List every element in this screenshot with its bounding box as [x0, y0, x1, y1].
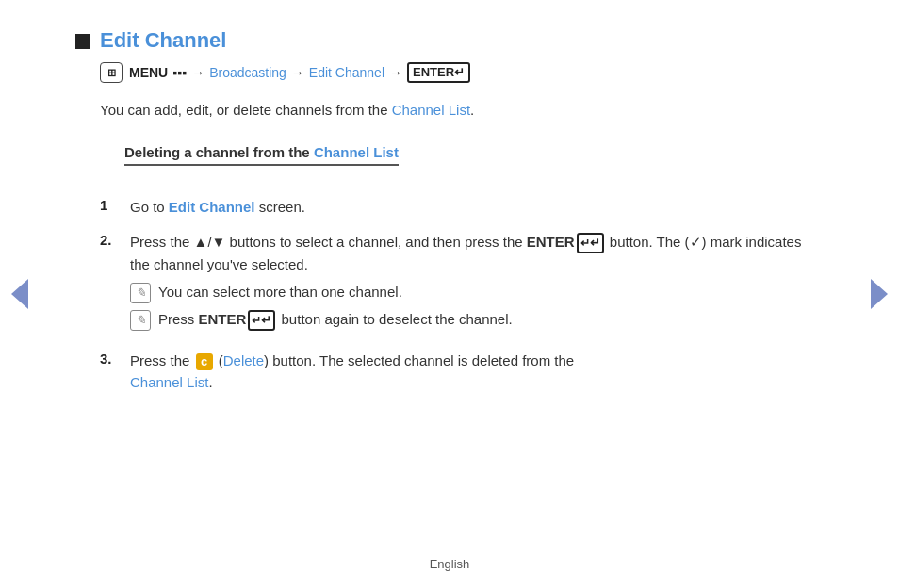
- black-square-icon: [75, 34, 90, 49]
- section-heading: Deleting a channel from the Channel List: [124, 144, 399, 166]
- step-3-delete-link[interactable]: Delete: [223, 352, 264, 368]
- nav-arrow-right[interactable]: [869, 275, 890, 313]
- step-2-text1: Press the ▲/▼ buttons to select a channe…: [130, 234, 527, 250]
- step-2-number: 2.: [100, 231, 117, 248]
- step-2-note-1-text: You can select more than one channel.: [158, 282, 402, 303]
- step-3-channel-list-link[interactable]: Channel List: [130, 374, 208, 390]
- section-heading-wrapper: Deleting a channel from the Channel List: [100, 144, 824, 181]
- description: You can add, edit, or delete channels fr…: [100, 100, 824, 122]
- menu-icon: ⊞: [100, 62, 123, 83]
- nav-arrow-left[interactable]: [9, 275, 30, 313]
- step-2-note-2-text: Press ENTER↵ button again to deselect th…: [158, 309, 513, 332]
- page-header: Edit Channel: [75, 28, 824, 53]
- description-text-after: .: [470, 102, 474, 118]
- breadcrumb-arrow3: →: [389, 65, 402, 80]
- note-icon-2: ✎: [130, 310, 151, 331]
- c-button-icon: c: [196, 353, 213, 370]
- step-3-content: Press the c (Delete) button. The selecte…: [130, 350, 824, 394]
- step-2-content: Press the ▲/▼ buttons to select a channe…: [130, 231, 824, 336]
- step-1: 1 Go to Edit Channel screen.: [100, 196, 824, 218]
- step-3-text-before: Press the: [130, 352, 194, 368]
- description-channel-list-link[interactable]: Channel List: [392, 102, 470, 118]
- section-heading-link[interactable]: Channel List: [314, 144, 399, 160]
- breadcrumb-symbol1: ▪▪▪: [172, 65, 187, 80]
- step-2-note-2: ✎ Press ENTER↵ button again to deselect …: [130, 309, 824, 332]
- step-1-content: Go to Edit Channel screen.: [130, 196, 824, 218]
- step-3-paren-open: (: [215, 352, 223, 368]
- step-3-number: 3.: [100, 350, 117, 367]
- right-arrow-icon: [871, 279, 888, 309]
- breadcrumb-enter: ENTER: [407, 62, 470, 83]
- breadcrumb-menu: MENU: [129, 65, 168, 80]
- steps-list: 1 Go to Edit Channel screen. 2. Press th…: [100, 196, 824, 394]
- step-2-note-1: ✎ You can select more than one channel.: [130, 282, 824, 303]
- breadcrumb: ⊞ MENU ▪▪▪ → Broadcasting → Edit Channel…: [100, 62, 824, 83]
- footer: English: [0, 557, 899, 571]
- breadcrumb-arrow1: →: [191, 65, 204, 80]
- step-2-notes: ✎ You can select more than one channel. …: [130, 282, 824, 332]
- menu-icon-symbol: ⊞: [107, 67, 116, 79]
- left-arrow-icon: [11, 279, 28, 309]
- step-3-text-end: .: [208, 374, 212, 390]
- step-1-text-after: screen.: [255, 199, 305, 215]
- step-2: 2. Press the ▲/▼ buttons to select a cha…: [100, 231, 824, 336]
- description-text-before: You can add, edit, or delete channels fr…: [100, 102, 392, 118]
- section-heading-before: Deleting a channel from the: [124, 144, 314, 160]
- step-3-text-after: ) button. The selected channel is delete…: [264, 352, 574, 368]
- step-3: 3. Press the c (Delete) button. The sele…: [100, 350, 824, 394]
- note-icon-1: ✎: [130, 283, 151, 303]
- breadcrumb-broadcasting[interactable]: Broadcasting: [209, 65, 286, 80]
- step-2-enter-bold: ENTER: [527, 234, 575, 250]
- breadcrumb-arrow2: →: [291, 65, 304, 80]
- page-title: Edit Channel: [100, 28, 226, 53]
- step-1-link[interactable]: Edit Channel: [169, 199, 255, 215]
- footer-language: English: [430, 557, 470, 571]
- enter-label: ENTER: [413, 64, 454, 81]
- step-1-number: 1: [100, 196, 117, 213]
- page-container: Edit Channel ⊞ MENU ▪▪▪ → Broadcasting →…: [0, 0, 899, 588]
- step-1-text-before: Go to: [130, 199, 169, 215]
- breadcrumb-edit-channel[interactable]: Edit Channel: [309, 65, 384, 80]
- step-2-enter-icon: ↵: [577, 233, 604, 253]
